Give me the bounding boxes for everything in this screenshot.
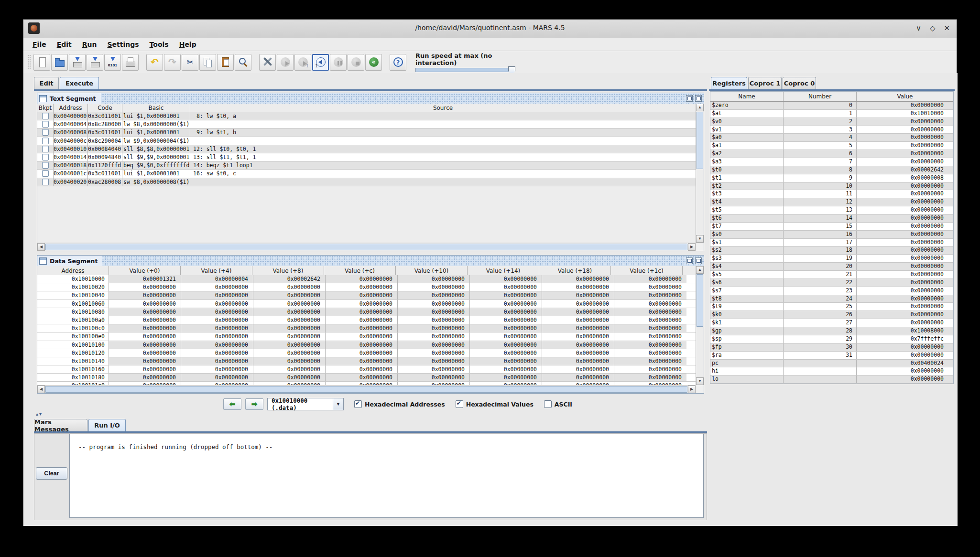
memory-value[interactable]: 0x00000000 xyxy=(326,300,398,308)
memory-value[interactable]: 0x00000000 xyxy=(542,374,614,381)
memory-value[interactable]: 0x00000000 xyxy=(253,283,326,291)
register-value[interactable]: 0x00000000 xyxy=(857,118,947,126)
print-button[interactable] xyxy=(122,54,139,71)
register-value[interactable]: 0x00000008 xyxy=(857,174,947,182)
find-replace-button[interactable] xyxy=(235,54,251,71)
register-value[interactable]: 0x00000000 xyxy=(857,142,947,150)
run-speed-slider[interactable] xyxy=(415,68,514,72)
memory-value[interactable]: 0x00000000 xyxy=(181,374,253,381)
window-control-button[interactable]: ✕ xyxy=(944,23,950,33)
ascii-checkbox[interactable] xyxy=(544,400,552,408)
scroll-thumb[interactable] xyxy=(697,274,703,327)
new-file-button[interactable] xyxy=(33,54,50,71)
combobox-dropdown-button[interactable]: ▼ xyxy=(333,398,343,410)
text-segment-maximize-button[interactable] xyxy=(695,95,702,102)
step-button[interactable]: 1 xyxy=(294,54,311,71)
memory-value[interactable]: 0x00000004 xyxy=(181,275,253,283)
memory-value[interactable]: 0x00000000 xyxy=(470,374,542,381)
breakpoint-checkbox[interactable] xyxy=(42,129,49,136)
register-value[interactable]: 0x00000000 xyxy=(857,246,947,254)
toolbar-grip[interactable] xyxy=(27,54,31,70)
memory-value[interactable]: 0x00000000 xyxy=(542,349,614,357)
run-button[interactable] xyxy=(277,54,294,71)
memory-value[interactable]: 0x00000000 xyxy=(398,291,470,299)
cut-button[interactable]: ✂ xyxy=(182,54,198,71)
memory-value[interactable]: 0x00000000 xyxy=(614,324,686,332)
previous-memory-button[interactable]: ⬅ xyxy=(223,398,241,410)
memory-value[interactable]: 0x00000000 xyxy=(398,308,470,316)
memory-value[interactable]: 0x00000000 xyxy=(614,316,686,324)
hex-values-checkbox[interactable] xyxy=(456,400,463,408)
memory-value[interactable]: 0x00000000 xyxy=(181,332,253,340)
memory-value[interactable]: 0x00000000 xyxy=(181,324,253,332)
memory-value[interactable]: 0x00000000 xyxy=(470,332,542,340)
memory-value[interactable]: 0x00000000 xyxy=(326,275,398,283)
clear-button[interactable]: Clear xyxy=(36,467,67,480)
memory-value[interactable]: 0x00000000 xyxy=(614,275,686,283)
memory-value[interactable]: 0x00000000 xyxy=(470,341,542,349)
scroll-down-button[interactable]: ▼ xyxy=(696,377,704,385)
register-value[interactable]: 0x7fffeffc xyxy=(857,335,947,343)
memory-value[interactable]: 0x00000000 xyxy=(398,332,470,340)
memory-value[interactable]: 0x00001321 xyxy=(109,275,181,283)
register-value[interactable]: 0x00000000 xyxy=(857,214,947,222)
register-value[interactable]: 0x00000000 xyxy=(857,295,947,303)
register-value[interactable]: 0x10010000 xyxy=(857,110,947,118)
breakpoint-checkbox[interactable] xyxy=(42,146,49,152)
scroll-thumb[interactable] xyxy=(45,386,687,393)
memory-value[interactable]: 0x00000000 xyxy=(253,308,326,316)
memory-value[interactable]: 0x00000000 xyxy=(542,357,614,365)
stop-button[interactable] xyxy=(348,54,364,71)
text-segment-hscrollbar[interactable]: ◀ ▶ xyxy=(37,243,696,251)
memory-value[interactable]: 0x00000000 xyxy=(470,316,542,324)
text-segment-titlebar[interactable]: Text Segment xyxy=(37,93,704,104)
memory-value[interactable]: 0x00000000 xyxy=(614,332,686,340)
memory-value[interactable]: 0x00000000 xyxy=(398,349,470,357)
text-segment-restore-button[interactable] xyxy=(686,95,693,102)
memory-value[interactable]: 0x00000000 xyxy=(253,357,326,365)
memory-value[interactable]: 0x00000000 xyxy=(181,308,253,316)
memory-value[interactable]: 0x00000000 xyxy=(470,275,542,283)
register-value[interactable]: 0x00000000 xyxy=(857,319,947,327)
memory-value[interactable]: 0x00000000 xyxy=(398,324,470,332)
menu-item[interactable]: Tools xyxy=(144,39,174,50)
memory-value[interactable]: 0x00000000 xyxy=(326,341,398,349)
data-segment-hscrollbar[interactable]: ◀ ▶ xyxy=(37,385,696,393)
data-segment-vscrollbar[interactable]: ▲ ▼ xyxy=(696,266,704,385)
memory-value[interactable]: 0x00000000 xyxy=(181,300,253,308)
register-value[interactable]: 0x00000000 xyxy=(857,271,947,278)
register-value[interactable]: 0x00000000 xyxy=(857,239,947,246)
window-control-button[interactable]: ∨ xyxy=(916,23,921,33)
menu-item[interactable]: Help xyxy=(174,39,202,50)
next-memory-button[interactable]: ➡ xyxy=(245,398,263,410)
memory-value[interactable]: 0x00000000 xyxy=(542,324,614,332)
data-segment-titlebar[interactable]: Data Segment xyxy=(37,256,704,267)
tab-execute[interactable]: Execute xyxy=(60,77,99,89)
register-value[interactable]: 0x00400024 xyxy=(857,360,947,367)
memory-value[interactable]: 0x00000000 xyxy=(614,341,686,349)
scroll-right-button[interactable]: ▶ xyxy=(688,386,696,393)
register-value[interactable]: 0x00000000 xyxy=(857,375,947,383)
breakpoint-checkbox[interactable] xyxy=(42,138,49,144)
scroll-down-button[interactable]: ▼ xyxy=(696,235,704,243)
memory-value[interactable]: 0x00000000 xyxy=(109,357,181,365)
memory-value[interactable]: 0x00000000 xyxy=(398,275,470,283)
tab-mars-messages[interactable]: Mars Messages xyxy=(34,419,87,431)
scroll-up-button[interactable]: ▲ xyxy=(696,266,704,274)
memory-value[interactable]: 0x00000000 xyxy=(253,349,326,357)
register-value[interactable]: 0x00000000 xyxy=(857,287,947,295)
step-backward-button[interactable]: 1 xyxy=(312,54,329,71)
memory-value[interactable]: 0x00000000 xyxy=(181,341,253,349)
memory-value[interactable]: 0x00000000 xyxy=(614,365,686,373)
memory-value[interactable]: 0x00000000 xyxy=(326,316,398,324)
memory-value[interactable]: 0x00000000 xyxy=(181,365,253,373)
register-value[interactable]: 0x00000000 xyxy=(857,198,947,206)
memory-value[interactable]: 0x00000000 xyxy=(181,291,253,299)
tab-run-io[interactable]: Run I/O xyxy=(88,419,126,431)
undo-button[interactable]: ↶ xyxy=(146,54,163,71)
memory-value[interactable]: 0x00000000 xyxy=(253,374,326,381)
memory-value[interactable]: 0x00000000 xyxy=(109,283,181,291)
memory-value[interactable]: 0x00000000 xyxy=(181,316,253,324)
scroll-right-button[interactable]: ▶ xyxy=(688,243,696,251)
memory-value[interactable]: 0x00000000 xyxy=(253,300,326,308)
